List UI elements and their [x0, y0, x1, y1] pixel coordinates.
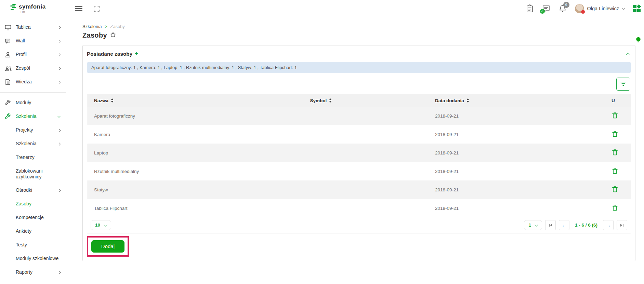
first-page-button[interactable] [545, 220, 556, 230]
resource-date: 2018-09-21 [435, 206, 612, 211]
favorite-star-icon[interactable] [110, 32, 116, 39]
user-menu[interactable]: Olga Liniewicz [575, 4, 625, 13]
resource-name: Aparat fotograficzny [87, 113, 310, 119]
chat-icon [5, 38, 13, 44]
sidebar-item-testy[interactable]: Testy [0, 238, 66, 252]
breadcrumb-separator: > [105, 24, 107, 29]
chevron-right-icon [57, 189, 61, 192]
hamburger-menu-icon[interactable] [74, 4, 83, 12]
resource-name: Tablica Flipchart [87, 206, 310, 211]
delete-trash-icon[interactable] [612, 111, 618, 120]
add-resource-plus[interactable]: + [135, 51, 138, 57]
sidebar-item-raporty[interactable]: Raporty [0, 266, 66, 279]
sidebar-item-wiedza[interactable]: Wiedza [0, 75, 66, 89]
chevron-down-icon [535, 223, 538, 226]
chevron-down-icon [104, 223, 107, 226]
wrench-icon [5, 113, 13, 120]
chevron-right-icon [57, 39, 61, 43]
sort-icon[interactable] [329, 98, 332, 103]
add-button[interactable]: Dodaj [91, 240, 124, 253]
resource-date: 2018-09-21 [435, 150, 612, 155]
sidebar-item-kompetencje[interactable]: Kompetencje [0, 211, 66, 225]
sidebar-item-trenerzy[interactable]: Trenerzy [0, 151, 66, 164]
sidebar-item-projekty[interactable]: Projekty [0, 123, 66, 137]
table-row[interactable]: Rzutnik multimedialny 2018-09-21 [87, 162, 631, 180]
document-icon [5, 79, 13, 85]
resource-name: Rzutnik multimedialny [87, 169, 310, 174]
last-page-button[interactable] [617, 220, 627, 230]
delete-trash-icon[interactable] [612, 148, 618, 157]
resource-name: Laptop [87, 150, 310, 155]
pagination-range: 1 - 6 / 6 (6) [575, 222, 597, 228]
breadcrumb: Szkolenia > Zasoby [82, 24, 635, 29]
sort-icon[interactable] [466, 98, 469, 103]
page-number-select[interactable]: 1 [524, 220, 542, 230]
resources-summary-bar: Aparat fotograficzny: 1 , Kamera: 1 , La… [87, 62, 631, 73]
notifications-bell-icon[interactable]: 9 [559, 4, 566, 13]
delete-trash-icon[interactable] [612, 204, 618, 213]
symfonia-logo-icon [10, 4, 16, 10]
chevron-right-icon [57, 67, 61, 70]
sidebar-item-import[interactable]: Import [0, 279, 66, 284]
lightbulb-icon[interactable] [636, 37, 641, 45]
messages-icon[interactable]: ✓ [542, 5, 550, 12]
logo-subtitle: HR [21, 11, 66, 14]
table-row[interactable]: Kamera 2018-09-21 [87, 125, 631, 144]
chevron-right-icon [57, 129, 61, 132]
sort-icon[interactable] [111, 98, 114, 103]
breadcrumb-parent[interactable]: Szkolenia [82, 24, 102, 29]
chevron-right-icon [57, 26, 61, 29]
sidebar-item-moduly-szkoleniowe[interactable]: Moduły szkoleniowe [0, 252, 66, 266]
resource-date: 2018-09-21 [435, 113, 612, 119]
sidebar-item-wall[interactable]: Wall [0, 34, 66, 48]
collapse-chevron-up-icon[interactable] [626, 53, 630, 56]
delete-trash-icon[interactable] [612, 130, 618, 139]
page-title: Zasoby [82, 31, 107, 39]
table-row[interactable]: Statyw 2018-09-21 [87, 180, 631, 199]
table-row[interactable]: Tablica Flipchart 2018-09-21 [87, 199, 631, 217]
main-content: Szkolenia > Zasoby Zasoby Posiadane zaso… [66, 17, 644, 284]
table-row[interactable]: Aparat fotograficzny 2018-09-21 [87, 107, 631, 125]
delete-trash-icon[interactable] [612, 167, 618, 176]
message-check-badge: ✓ [540, 9, 545, 14]
page-size-select[interactable]: 10 [91, 220, 111, 230]
filter-button[interactable] [616, 78, 630, 91]
table-row[interactable]: Laptop 2018-09-21 [87, 144, 631, 162]
column-header-nazwa[interactable]: Nazwa [94, 98, 108, 103]
sidebar-item-osrodki[interactable]: Ośrodki [0, 184, 66, 197]
sidebar-item-ankiety[interactable]: Ankiety [0, 225, 66, 238]
resource-date: 2018-09-21 [435, 169, 612, 174]
logo-text: symfonia [19, 3, 46, 10]
chevron-right-icon [57, 80, 61, 84]
sidebar-item-tablica[interactable]: Tablica [0, 21, 66, 34]
table-footer: 10 1 ← 1 - 6 / 6 (6) → [87, 217, 631, 233]
resource-date: 2018-09-21 [435, 132, 612, 137]
app-logo[interactable]: symfonia HR [0, 3, 66, 14]
sidebar-item-szkolenia[interactable]: Szkolenia [0, 110, 66, 123]
pagination: 1 ← 1 - 6 / 6 (6) → [524, 220, 627, 230]
sidebar-item-szkolenia-sub[interactable]: Szkolenia [0, 137, 66, 151]
sidebar-item-zasoby[interactable]: Zasoby [0, 197, 66, 211]
column-header-data-dodania[interactable]: Data dodania [435, 98, 464, 103]
breadcrumb-current: Zasoby [110, 24, 125, 29]
delete-trash-icon[interactable] [612, 185, 618, 194]
apps-grid-icon[interactable] [633, 5, 641, 12]
fullscreen-icon[interactable] [93, 5, 100, 12]
sidebar-item-zablokowani-uzytkownicy[interactable]: Zablokowani użytkownicy [0, 164, 66, 184]
resource-name: Kamera [87, 132, 310, 137]
column-header-symbol[interactable]: Symbol [310, 98, 327, 103]
next-page-button[interactable]: → [603, 220, 614, 230]
clipboard-icon[interactable] [526, 4, 534, 13]
resources-table: Nazwa Symbol Data dodania U Aparat fotog… [87, 94, 631, 233]
people-icon [5, 66, 13, 71]
sidebar-item-profil[interactable]: Profil [0, 48, 66, 62]
chevron-right-icon [57, 142, 61, 146]
resource-date: 2018-09-21 [435, 187, 612, 192]
user-name: Olga Liniewicz [587, 6, 619, 11]
chevron-right-icon [57, 271, 61, 274]
sidebar-item-moduly[interactable]: Moduły [0, 96, 66, 110]
sidebar-item-zespol[interactable]: Zespół [0, 62, 66, 75]
previous-page-button[interactable]: ← [559, 220, 569, 230]
notification-count-badge: 9 [563, 2, 569, 8]
wrench-icon [5, 100, 13, 106]
